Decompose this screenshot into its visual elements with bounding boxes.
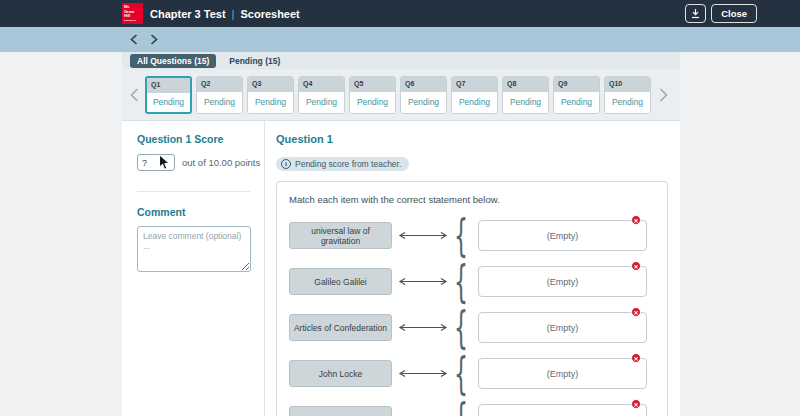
question-card-q1[interactable]: Q1 Pending (145, 76, 192, 114)
answer-dropzone[interactable]: (Empty) (478, 404, 647, 416)
question-card-label: Q1 (147, 78, 190, 93)
question-card-label: Q6 (401, 77, 446, 92)
scoresheet-panel: All Questions (15) Pending (15) Q1 Pendi… (122, 52, 680, 416)
chevron-left-icon (130, 34, 138, 45)
answer-slot: (Empty) ✕ (478, 220, 647, 251)
match-item[interactable]: universal law of gravitation (289, 222, 392, 249)
question-card-q10[interactable]: Q10 Pending (604, 76, 651, 114)
question-card-label: Q8 (503, 77, 548, 92)
double-arrow-icon (398, 323, 448, 332)
match-item[interactable]: Articles of Confederation (289, 314, 392, 341)
download-icon (690, 8, 701, 19)
question-card-q8[interactable]: Q8 Pending (502, 76, 549, 114)
question-card-label: Q4 (299, 77, 344, 92)
question-card-q6[interactable]: Q6 Pending (400, 76, 447, 114)
question-card-label: Q9 (554, 77, 599, 92)
match-row: rococo { (Empty) ✕ (289, 404, 647, 416)
chevron-left-icon (130, 88, 139, 102)
chevron-right-icon (659, 88, 668, 102)
score-input[interactable] (137, 154, 175, 171)
question-prompt: Match each item with the correct stateme… (289, 194, 647, 205)
question-card-status: Pending (554, 92, 599, 113)
answer-slot: (Empty) ✕ (478, 312, 647, 343)
answer-slot: (Empty) ✕ (478, 266, 647, 297)
topbar-actions: Close (685, 4, 757, 23)
question-card-label: Q10 (605, 77, 650, 92)
score-suffix: out of 10.00 points (182, 157, 260, 168)
answer-dropzone[interactable]: (Empty) (478, 312, 647, 343)
close-button[interactable]: Close (711, 4, 757, 23)
question-cards: Q1 Pending Q2 Pending Q3 Pending Q4 Pend… (145, 76, 651, 114)
brace-glyph: { (454, 404, 468, 416)
question-filter-tabs: All Questions (15) Pending (15) (122, 52, 680, 69)
remove-answer-icon[interactable]: ✕ (631, 353, 641, 363)
question-card-status: Pending (350, 92, 395, 113)
double-arrow-icon (398, 369, 448, 378)
question-panel: Question 1 i Pending score from teacher.… (265, 121, 680, 416)
match-row: universal law of gravitation { (Empty) ✕ (289, 220, 647, 251)
carousel-next-button[interactable] (655, 80, 671, 110)
answer-dropzone[interactable]: (Empty) (478, 358, 647, 389)
question-card-status: Pending (248, 92, 293, 113)
match-row: Galileo Galilei { (Empty) ✕ (289, 266, 647, 297)
double-arrow-icon (398, 277, 448, 286)
student-bar: Hambright, Curt Not Started Submit Assig… (0, 27, 800, 52)
top-bar: Mc Graw Hill Education Chapter 3 Test | … (0, 0, 800, 27)
question-title: Question 1 (276, 133, 668, 145)
score-panel: Question 1 Score out of 10.00 points Com… (122, 121, 265, 416)
question-card-label: Q2 (197, 77, 242, 92)
answer-dropzone[interactable]: (Empty) (478, 220, 647, 251)
question-card-q2[interactable]: Q2 Pending (196, 76, 243, 114)
remove-answer-icon[interactable]: ✕ (631, 261, 641, 271)
question-card-q7[interactable]: Q7 Pending (451, 76, 498, 114)
match-item[interactable]: Galileo Galilei (289, 268, 392, 295)
next-student-button[interactable] (147, 31, 161, 47)
carousel-previous-button[interactable] (126, 80, 142, 110)
remove-answer-icon[interactable]: ✕ (631, 215, 641, 225)
previous-student-button[interactable] (127, 31, 141, 47)
match-row: Articles of Confederation { (Empty) ✕ (289, 312, 647, 343)
brace-glyph: { (454, 266, 468, 297)
tab-pending[interactable]: Pending (15) (222, 54, 287, 68)
info-icon: i (281, 159, 291, 169)
brace-glyph: { (454, 358, 468, 389)
question-card-status: Pending (452, 92, 497, 113)
mcgraw-hill-logo: Mc Graw Hill Education (122, 3, 143, 24)
pending-score-text: Pending score from teacher. (295, 159, 401, 169)
view-title: Scoresheet (240, 8, 299, 20)
remove-answer-icon[interactable]: ✕ (631, 399, 641, 409)
match-rows: universal law of gravitation { (Empty) ✕ (289, 220, 647, 416)
remove-answer-icon[interactable]: ✕ (631, 307, 641, 317)
score-comment-divider (137, 191, 250, 192)
question-card-q4[interactable]: Q4 Pending (298, 76, 345, 114)
match-item[interactable]: John Locke (289, 360, 392, 387)
question-card-status: Pending (147, 93, 190, 112)
match-row: John Locke { (Empty) ✕ (289, 358, 647, 389)
tab-all-questions[interactable]: All Questions (15) (130, 54, 216, 68)
download-button[interactable] (685, 4, 706, 23)
question-card-status: Pending (197, 92, 242, 113)
comment-title: Comment (137, 206, 250, 218)
score-row: out of 10.00 points (137, 154, 250, 171)
question-content: Question 1 Score out of 10.00 points Com… (122, 121, 680, 416)
answer-slot: (Empty) ✕ (478, 358, 647, 389)
comment-textarea[interactable] (137, 226, 251, 272)
question-card-status: Pending (401, 92, 446, 113)
double-arrow-icon (398, 231, 448, 240)
answer-dropzone[interactable]: (Empty) (478, 266, 647, 297)
answer-slot: (Empty) ✕ (478, 404, 647, 416)
question-card-q9[interactable]: Q9 Pending (553, 76, 600, 114)
assignment-title: Chapter 3 Test (150, 8, 226, 20)
question-card-label: Q3 (248, 77, 293, 92)
question-card-q5[interactable]: Q5 Pending (349, 76, 396, 114)
chevron-right-icon (150, 34, 158, 45)
brace-glyph: { (454, 312, 468, 343)
window-title: Chapter 3 Test | Scoresheet (150, 0, 300, 27)
scoresheet-screen: Mc Graw Hill Education Chapter 3 Test | … (0, 0, 800, 416)
question-card-q3[interactable]: Q3 Pending (247, 76, 294, 114)
match-item[interactable]: rococo (289, 406, 392, 416)
question-card-status: Pending (605, 92, 650, 113)
title-divider: | (232, 8, 235, 20)
question-card-label: Q5 (350, 77, 395, 92)
logo-line: Education (124, 19, 143, 22)
